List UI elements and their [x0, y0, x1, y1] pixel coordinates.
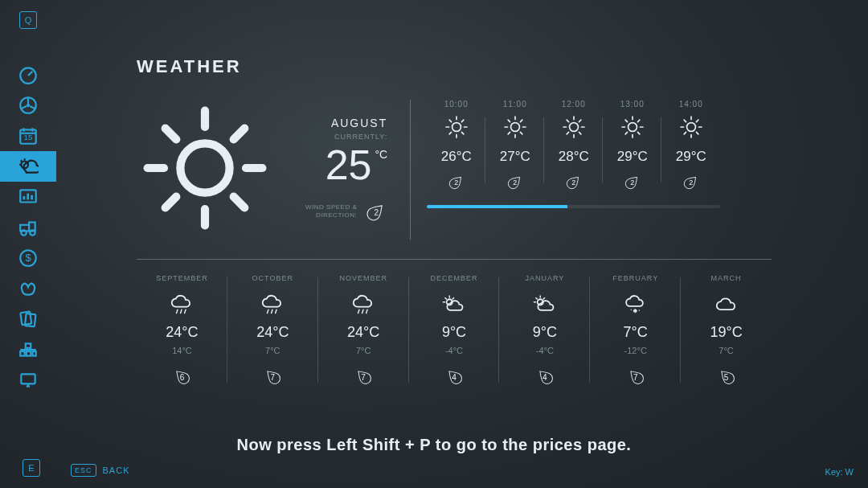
steering-icon[interactable]: [0, 90, 56, 121]
snow-icon: [621, 292, 650, 319]
hour-column: 11:0027°C2: [485, 100, 544, 191]
hour-time: 12:00: [562, 100, 586, 109]
sun-icon: [502, 113, 529, 144]
hour-time: 14:00: [679, 100, 703, 109]
hour-column: 10:0026°C2: [427, 100, 485, 191]
hour-temp: 29°C: [676, 149, 706, 165]
precip-drop-icon: 2: [565, 173, 583, 191]
wind-label: WIND SPEED & DIRECTION:: [305, 203, 357, 220]
svg-line-38: [30, 106, 35, 109]
month-high: 24°C: [256, 324, 289, 341]
prev-tab-key[interactable]: Q: [19, 11, 37, 29]
partly-icon: [530, 292, 559, 319]
next-tab-key[interactable]: E: [23, 459, 40, 477]
month-low: -4°C: [536, 346, 554, 355]
month-column: DECEMBER9°C-4°C4: [409, 274, 500, 386]
svg-line-33: [28, 72, 32, 76]
svg-point-35: [27, 104, 30, 107]
svg-rect-61: [27, 351, 31, 355]
hour-time: 10:00: [444, 100, 469, 109]
cloud-icon: [712, 292, 741, 319]
month-low: 7°C: [719, 346, 733, 355]
month-column: MARCH19°C7°C5: [681, 274, 772, 386]
monthly-forecast[interactable]: SEPTEMBER24°C14°C6OCTOBER24°C7°C7NOVEMBE…: [137, 274, 772, 386]
rain-icon: [349, 292, 378, 319]
svg-rect-62: [32, 351, 35, 355]
month-name: FEBRUARY: [612, 274, 658, 282]
finance-icon[interactable]: $: [0, 243, 56, 273]
month-high: 7°C: [624, 324, 648, 341]
svg-text:15: 15: [24, 133, 33, 141]
current-temp: 25°C: [326, 144, 388, 186]
month-low: -12°C: [624, 346, 647, 355]
month-name: SEPTEMBER: [156, 274, 208, 282]
current-month: AUGUST: [331, 117, 387, 129]
precip-drop-icon: 6: [172, 367, 191, 386]
stats-icon[interactable]: [0, 182, 56, 212]
precip-drop-icon: 2: [682, 173, 700, 191]
svg-rect-51: [31, 195, 33, 199]
wind-drop-icon: 2: [365, 200, 387, 223]
month-column: NOVEMBER24°C7°C7: [318, 274, 409, 386]
svg-rect-49: [23, 196, 26, 199]
animals-icon[interactable]: [0, 273, 56, 304]
esc-key: ESC: [71, 464, 96, 477]
precip-drop-icon: 4: [535, 367, 555, 386]
help-icon[interactable]: [0, 365, 56, 396]
sidebar: Q 15$: [0, 0, 56, 488]
gauge-icon[interactable]: [0, 59, 56, 90]
weather-icon[interactable]: [0, 151, 56, 182]
hour-time: 11:00: [503, 100, 527, 109]
precip-drop-icon: 2: [506, 173, 524, 191]
current-weather: AUGUST CURRENTLY: 25°C WIND SPEED & DIRE…: [137, 100, 410, 240]
month-high: 9°C: [442, 324, 466, 341]
svg-point-32: [20, 68, 36, 84]
key-hint: Key: W: [825, 467, 854, 477]
month-low: 7°C: [265, 346, 280, 355]
svg-rect-64: [26, 343, 31, 347]
svg-rect-65: [21, 374, 35, 383]
month-column: JANUARY9°C-4°C4: [499, 274, 590, 386]
sun-icon: [619, 113, 646, 144]
hourly-forecast[interactable]: 10:0026°C211:0027°C212:0028°C213:0029°C2…: [427, 100, 720, 191]
month-high: 9°C: [533, 324, 557, 341]
tutorial-hint: Now press Left Shift + P to go to the pr…: [0, 436, 868, 454]
month-name: MARCH: [711, 274, 742, 282]
back-button[interactable]: ESC BACK: [71, 464, 129, 477]
production-icon[interactable]: [0, 334, 56, 365]
sun-icon: [560, 113, 588, 144]
precip-drop-icon: 5: [717, 367, 736, 386]
month-name: DECEMBER: [431, 274, 478, 282]
svg-line-47: [21, 160, 23, 162]
hour-temp: 27°C: [500, 149, 530, 165]
contracts-icon[interactable]: [0, 304, 56, 334]
rain-icon: [258, 292, 287, 319]
divider: [410, 100, 411, 240]
hour-column: 12:0028°C2: [544, 100, 603, 191]
hour-column: 13:0029°C2: [603, 100, 661, 191]
currently-label: CURRENTLY:: [334, 133, 387, 141]
precip-drop-icon: 2: [624, 173, 641, 191]
svg-rect-50: [27, 194, 29, 200]
svg-rect-60: [20, 351, 24, 355]
month-low: -4°C: [445, 346, 463, 355]
precip-drop-icon: 7: [263, 367, 282, 386]
precip-drop-icon: 4: [444, 367, 464, 386]
hour-time: 13:00: [620, 100, 645, 109]
month-high: 19°C: [710, 324, 742, 341]
precip-drop-icon: 7: [354, 367, 373, 386]
month-low: 7°C: [356, 346, 371, 355]
month-name: JANUARY: [525, 274, 564, 282]
hourly-scrollbar[interactable]: [427, 205, 720, 208]
rain-icon: [167, 292, 196, 319]
hour-temp: 28°C: [559, 149, 589, 165]
month-name: OCTOBER: [252, 274, 293, 282]
hour-temp: 26°C: [441, 149, 472, 165]
month-column: SEPTEMBER24°C14°C6: [137, 274, 227, 386]
vehicle-icon[interactable]: [0, 212, 56, 243]
calendar-icon[interactable]: 15: [0, 121, 56, 151]
sun-icon: [443, 113, 470, 144]
partly-icon: [440, 292, 469, 319]
month-name: NOVEMBER: [339, 274, 387, 282]
sun-icon: [678, 113, 705, 144]
